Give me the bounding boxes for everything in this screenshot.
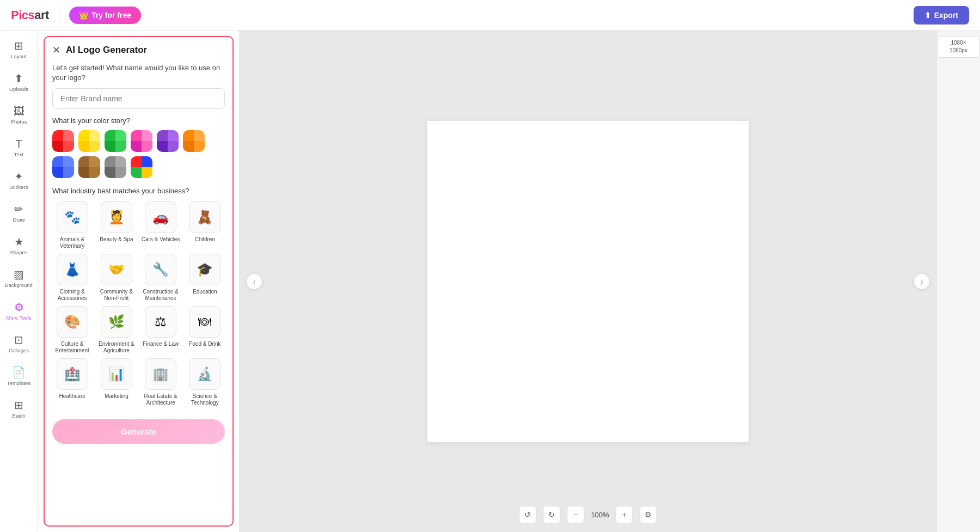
color-swatch-green[interactable] [105,130,126,152]
industry-icon-healthcare: 🏥 [57,358,88,390]
zoom-out-button[interactable]: − [567,506,584,523]
sidebar-label-photos: Photos [11,119,27,125]
industry-icon-cars: 🚗 [145,201,176,233]
uploads-icon: ⬆ [14,73,23,84]
sidebar-item-shapes[interactable]: ★ Shapes [3,231,35,261]
zoom-level: 100% [591,511,609,519]
industry-item-culture[interactable]: 🎨 Culture & Entertainment [52,306,92,354]
color-swatch-pink-purple[interactable] [131,130,152,152]
background-icon: ▨ [14,269,24,280]
industry-item-cars[interactable]: 🚗 Cars & Vehicles [141,201,181,249]
color-swatch-blue[interactable] [52,156,74,178]
sidebar-item-layout[interactable]: ⊞ Layout [3,35,35,65]
settings-button[interactable]: ⚙ [640,506,657,523]
main-area: ⊞ Layout ⬆ Uploads 🖼 Photos T Text ✦ Sti… [0,30,980,532]
industry-item-community[interactable]: 🤝 Community & Non-Profit [96,254,136,302]
industry-name-environment: Environment & Agriculture [96,341,136,354]
industry-name-food: Food & Drink [189,341,220,347]
industry-icon-science: 🔬 [189,358,220,390]
industry-item-marketing[interactable]: 📊 Marketing [96,358,136,406]
sidebar-item-draw[interactable]: ✏ Draw [3,198,35,229]
industry-icon-marketing: 📊 [101,358,132,390]
canvas-size-badge: 1080× 1080px [937,36,980,58]
redo-button[interactable]: ↻ [543,506,560,523]
color-swatch-purple[interactable] [157,130,179,152]
collages-icon: ⊡ [14,334,23,345]
industry-icon-realestate: 🏢 [145,358,176,390]
industry-item-beauty[interactable]: 💆 Beauty & Spa [96,201,136,249]
sidebar-item-uploads[interactable]: ⬆ Uploads [3,68,35,98]
sidebar-item-more-tools[interactable]: ⚙ More Tools [3,296,35,327]
sidebar-item-templates[interactable]: 📄 Templates [3,362,35,392]
sidebar-item-background[interactable]: ▨ Background [3,264,35,294]
industry-item-finance[interactable]: ⚖ Finance & Law [141,306,181,354]
industry-item-realestate[interactable]: 🏢 Real Estate & Architecture [141,358,181,406]
sidebar-item-batch[interactable]: ⊞ Batch [3,394,35,425]
industry-name-culture: Culture & Entertainment [52,341,92,354]
industry-item-science[interactable]: 🔬 Science & Technology [185,358,225,406]
sidebar-label-background: Background [5,282,33,288]
industry-item-healthcare[interactable]: 🏥 Healthcare [52,358,92,406]
color-swatch-red[interactable] [52,130,74,152]
sidebar-label-templates: Templates [7,380,30,386]
industry-item-children[interactable]: 🧸 Children [185,201,225,249]
templates-icon: 📄 [12,367,26,378]
industry-item-clothing[interactable]: 👗 Clothing & Accessories [52,254,92,302]
export-icon: ⬆ [924,11,931,20]
industry-item-animals[interactable]: 🐾 Animals & Veterinary [52,201,92,249]
header-divider [59,8,59,23]
brand-name-input[interactable] [52,88,225,109]
sidebar-item-photos[interactable]: 🖼 Photos [3,100,35,131]
generate-label: Generate [121,427,156,436]
layout-icon: ⊞ [14,40,23,51]
stickers-icon: ✦ [14,171,23,182]
sidebar-item-stickers[interactable]: ✦ Stickers [3,166,35,196]
ai-logo-panel: ✕ AI Logo Generator Let's get started! W… [38,30,240,532]
sidebar-label-text: Text [14,151,23,157]
undo-button[interactable]: ↺ [519,506,536,523]
zoom-in-button[interactable]: + [616,506,633,523]
color-swatch-gray[interactable] [105,156,126,178]
canvas-nav-left[interactable]: ‹ [246,273,262,290]
logo: Picsart [11,8,49,22]
industry-name-education: Education [193,289,217,295]
industry-icon-education: 🎓 [189,254,220,285]
sidebar-label-stickers: Stickers [10,184,28,190]
industry-icon-children: 🧸 [189,201,220,233]
sidebar: ⊞ Layout ⬆ Uploads 🖼 Photos T Text ✦ Sti… [0,30,38,532]
industry-name-cars: Cars & Vehicles [142,236,180,243]
sidebar-item-text[interactable]: T Text [3,133,35,163]
sidebar-item-collages[interactable]: ⊡ Collages [3,329,35,359]
color-swatch-orange[interactable] [183,130,205,152]
industry-name-realestate: Real Estate & Architecture [141,393,181,406]
industry-name-science: Science & Technology [185,393,225,406]
sidebar-label-batch: Batch [12,413,25,419]
color-section-label: What is your color story? [52,117,225,125]
industry-item-construction[interactable]: 🔧 Construction & Maintenance [141,254,181,302]
industry-icon-clothing: 👗 [57,254,88,285]
industry-name-beauty: Beauty & Spa [100,236,133,243]
industry-name-community: Community & Non-Profit [96,289,136,302]
right-panel: 1080× 1080px [936,30,980,532]
draw-icon: ✏ [14,204,23,215]
color-swatch-brown[interactable] [78,156,100,178]
industry-icon-community: 🤝 [101,254,132,285]
color-swatch-yellow[interactable] [78,130,100,152]
export-button[interactable]: ⬆ Export [914,6,969,25]
try-free-button[interactable]: 👑 Try for free [69,7,141,24]
industry-icon-construction: 🔧 [145,254,176,285]
canvas-nav-right[interactable]: › [914,273,930,290]
industry-icon-environment: 🌿 [101,306,132,338]
industry-name-finance: Finance & Law [143,341,179,347]
panel-header: ✕ AI Logo Generator [52,45,225,56]
panel-title: AI Logo Generator [66,45,147,56]
close-button[interactable]: ✕ [52,45,60,55]
industry-item-education[interactable]: 🎓 Education [185,254,225,302]
industry-icon-food: 🍽 [189,306,220,338]
canvas [427,121,749,442]
industry-item-food[interactable]: 🍽 Food & Drink [185,306,225,354]
generate-button[interactable]: Generate [52,419,225,444]
canvas-area: ‹ › ↺ ↻ − 100% + ⚙ [240,30,936,532]
color-swatch-multicolor[interactable] [131,156,152,178]
industry-item-environment[interactable]: 🌿 Environment & Agriculture [96,306,136,354]
